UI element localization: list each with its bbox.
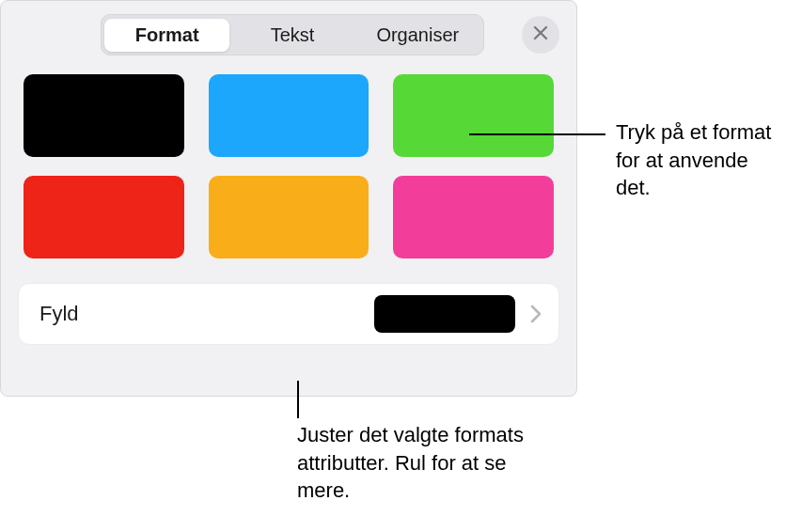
format-panel: Format Tekst Organiser Fyld — [0, 0, 577, 397]
swatch-blue[interactable] — [209, 74, 369, 157]
tab-text[interactable]: Tekst — [229, 19, 354, 52]
tabbar-row: Format Tekst Organiser — [101, 14, 559, 55]
callout-swatch: Tryk på et format for at anvende det. — [616, 118, 785, 202]
callout-line-attributes-v — [297, 381, 299, 418]
swatch-orange[interactable] — [209, 176, 369, 258]
callout-line-swatch — [469, 133, 605, 135]
fill-label: Fyld — [39, 302, 374, 326]
format-swatches-grid — [18, 74, 559, 258]
swatch-black[interactable] — [24, 74, 184, 157]
fill-row[interactable]: Fyld — [18, 283, 559, 345]
swatch-red[interactable] — [24, 176, 184, 258]
swatch-green[interactable] — [393, 74, 554, 157]
fill-color-preview[interactable] — [374, 295, 515, 333]
tab-format[interactable]: Format — [104, 19, 229, 52]
close-icon — [532, 24, 549, 45]
swatch-pink[interactable] — [393, 176, 554, 258]
tab-organize[interactable]: Organiser — [355, 19, 480, 52]
callout-attributes: Juster det valgte formats attributter. R… — [297, 421, 560, 505]
tabbar: Format Tekst Organiser — [101, 14, 484, 55]
close-button[interactable] — [522, 16, 559, 54]
chevron-right-icon — [530, 305, 542, 323]
